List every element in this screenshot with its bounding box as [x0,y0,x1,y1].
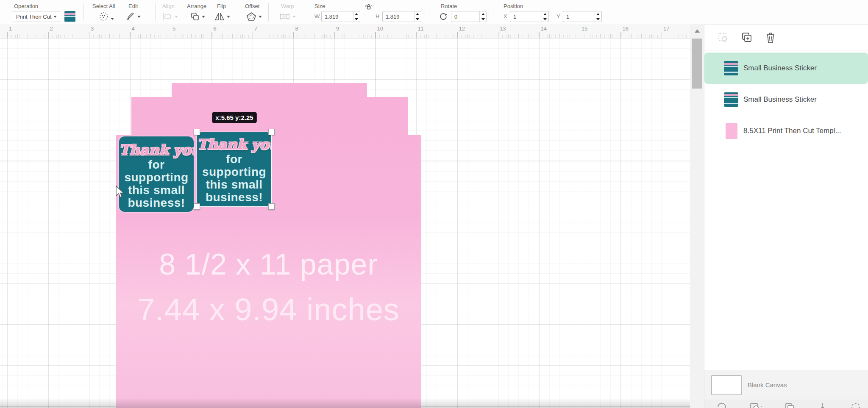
stepper-up-icon[interactable] [542,11,548,17]
layer-thumbnail-sticker [724,61,738,75]
stepper-up-icon[interactable] [353,11,360,17]
align-button-disabled[interactable] [162,11,178,22]
warp-button-disabled[interactable] [279,11,296,22]
caret-down-icon [227,16,230,18]
sticker-selected[interactable]: Thank you for supporting this small busi… [197,132,271,206]
toolbar-divider [429,3,429,21]
layers-stack-icon[interactable] [784,402,795,408]
flip-button[interactable] [214,11,230,22]
size-width-input[interactable] [322,11,353,22]
position-y-label: Y [556,13,560,19]
stepper-up-icon[interactable] [595,11,601,17]
ruler-number: 1 [9,25,12,32]
caret-down-icon [259,16,262,18]
stepper-up-icon[interactable] [415,11,421,17]
layer-item-small-business-sticker-1[interactable]: Small Business Sticker [704,53,868,84]
size-section-label: Size [314,3,325,9]
stepper-up-icon[interactable] [480,11,486,17]
operation-dropdown[interactable]: Print Then Cut [13,11,60,22]
align-icon [162,12,173,21]
sticker-text-line: business! [119,197,194,209]
size-width-stepper[interactable] [353,11,360,22]
stepper-down-icon[interactable] [353,17,360,22]
ruler-number: 17 [663,25,669,32]
toolbar-divider [268,3,269,21]
position-y-stepper[interactable] [595,11,601,22]
position-x-label: X [504,13,507,19]
operation-preview-thumbnail[interactable] [64,11,75,22]
select-all-button[interactable] [99,11,114,22]
download-icon[interactable] [817,402,828,408]
stepper-down-icon[interactable] [415,17,421,22]
flip-icon [214,11,225,22]
edit-button[interactable] [125,11,141,22]
template-text-line1: 8 1/2 x 11 paper [116,247,421,281]
selection-bounding-box[interactable]: Thank you for supporting this small busi… [197,132,271,206]
layer-thumbnail-template [726,123,737,139]
resize-handle-top-right[interactable] [268,129,275,135]
scrollbar-thumb[interactable] [692,39,702,89]
select-circle-icon[interactable] [850,402,861,408]
resize-handle-bottom-right[interactable] [268,203,275,210]
layer-list: Small Business Sticker Small Business St… [704,53,868,147]
duplicate-icon[interactable] [740,31,753,44]
size-width-field[interactable] [321,11,360,22]
layer-label: Small Business Sticker [743,95,817,104]
rotate-icon[interactable] [438,11,448,22]
align-label: Align [162,3,175,9]
size-height-field[interactable] [382,11,421,22]
mouse-cursor-icon [115,186,126,198]
canvas-scrollbar[interactable] [690,24,704,408]
toolbar-divider [304,3,304,21]
lock-icon[interactable] [364,3,373,11]
caret-down-icon [202,16,205,18]
rotate-stepper[interactable] [479,11,486,22]
position-x-input[interactable] [510,11,542,22]
layer-item-template[interactable]: 8.5X11 Print Then Cut Templ... [704,115,868,147]
design-canvas[interactable]: 8 1/2 x 11 paper 7.44 x 9.94 inches Than… [0,38,690,408]
sticker-text-line: this small [197,178,271,191]
size-height-stepper[interactable] [414,11,421,22]
stepper-down-icon[interactable] [480,17,486,22]
position-x-field[interactable] [510,11,549,22]
ruler-number: 3 [91,25,94,32]
group-icon[interactable] [717,32,729,44]
toolbar-divider [155,3,156,21]
blank-canvas-row[interactable]: Blank Canvas [704,370,868,400]
ruler-number: 6 [214,25,217,32]
scrollbar-up-button[interactable] [690,29,704,36]
edit-toolbar: Operation Print Then Cut Select All Edit… [0,0,868,24]
delete-trash-icon[interactable] [765,31,776,44]
ruler-number: 12 [459,25,465,32]
edit-label: Edit [128,3,138,9]
offset-button[interactable] [246,11,262,22]
arrange-button[interactable] [190,11,205,22]
blank-canvas-label: Blank Canvas [748,381,787,389]
layer-item-small-business-sticker-2[interactable]: Small Business Sticker [704,84,868,115]
size-height-input[interactable] [383,11,414,22]
layer-label: 8.5X11 Print Then Cut Templ... [743,127,841,135]
group-action-icon[interactable] [716,402,727,408]
position-y-field[interactable] [563,11,602,22]
caret-down-icon [111,18,114,20]
ruler-number: 4 [132,25,135,32]
position-x-stepper[interactable] [542,11,548,22]
stepper-down-icon[interactable] [542,17,548,22]
select-all-icon [99,11,109,22]
ruler-number: 5 [172,25,175,32]
design-app-window: Operation Print Then Cut Select All Edit… [0,0,868,408]
ruler-number: 15 [581,25,587,32]
resize-handle-top-left[interactable] [194,129,200,135]
rotate-input[interactable] [451,11,479,22]
sticker-left[interactable]: Thank you for supporting this small busi… [119,136,194,212]
position-y-input[interactable] [563,11,595,22]
arrow-up-icon [695,29,700,33]
stepper-down-icon[interactable] [595,17,601,22]
resize-handle-bottom-left[interactable] [194,203,200,210]
layer-thumbnail-sticker [724,92,738,107]
blank-canvas-thumbnail [711,375,742,395]
export-icon[interactable] [749,402,762,408]
layer-actions-row [704,25,868,51]
rotate-field[interactable] [451,11,487,22]
sticker-text-line: supporting [119,171,194,184]
